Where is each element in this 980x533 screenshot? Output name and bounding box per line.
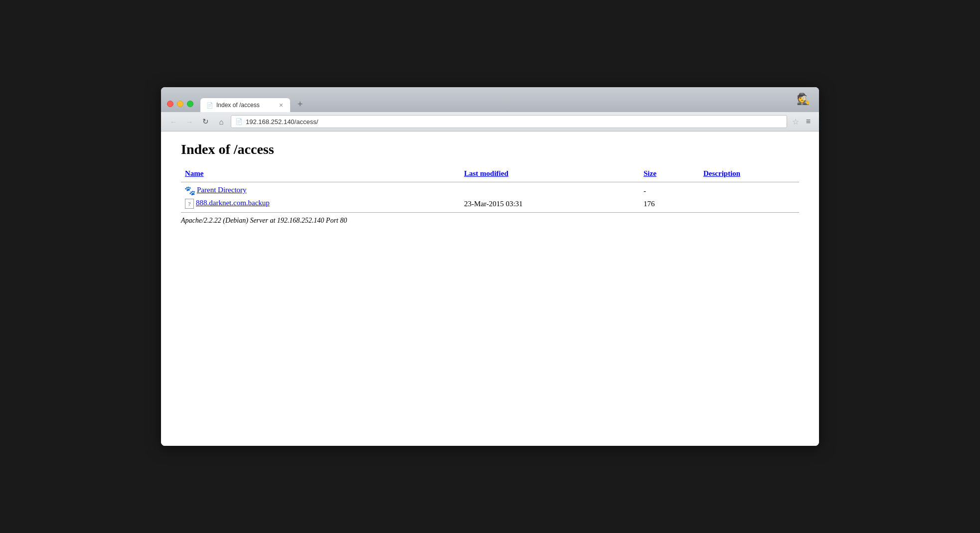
title-bar: 📄 Index of /access × + 🕵 bbox=[161, 87, 819, 112]
browser-icon-area: 🕵 bbox=[795, 91, 811, 112]
new-tab-button[interactable]: + bbox=[292, 97, 308, 111]
entry-size: - bbox=[640, 184, 699, 197]
entry-modified bbox=[460, 184, 640, 197]
home-button[interactable]: ⌂ bbox=[215, 115, 228, 128]
col-header-size: Size bbox=[640, 167, 699, 180]
menu-button[interactable]: ≡ bbox=[804, 117, 813, 126]
list-item: ?888.darknet.com.backup23-Mar-2015 03:31… bbox=[181, 197, 799, 210]
directory-listing: Name Last modified Size Description bbox=[181, 167, 799, 210]
entry-link[interactable]: Parent Directory bbox=[197, 186, 247, 194]
tab-label: Index of /access bbox=[216, 102, 275, 109]
maximize-button[interactable] bbox=[187, 101, 193, 107]
minimize-button[interactable] bbox=[177, 101, 183, 107]
sort-by-size[interactable]: Size bbox=[644, 169, 656, 177]
tab-close-button[interactable]: × bbox=[278, 101, 284, 109]
forward-button[interactable]: → bbox=[183, 115, 196, 128]
col-header-modified: Last modified bbox=[460, 167, 640, 180]
active-tab[interactable]: 📄 Index of /access × bbox=[200, 98, 290, 112]
sort-by-name[interactable]: Name bbox=[185, 169, 204, 177]
reload-button[interactable]: ↻ bbox=[199, 115, 212, 128]
col-header-name: Name bbox=[181, 167, 460, 180]
parent-dir-icon: 🐾 bbox=[185, 186, 195, 196]
detective-icon: 🕵 bbox=[795, 91, 811, 107]
list-item: 🐾Parent Directory- bbox=[181, 184, 799, 197]
bottom-divider bbox=[181, 212, 799, 213]
browser-window: 📄 Index of /access × + 🕵 ← → ↻ ⌂ 📄 ☆ ≡ I… bbox=[161, 87, 819, 446]
sort-by-modified[interactable]: Last modified bbox=[464, 169, 508, 177]
entry-link[interactable]: 888.darknet.com.backup bbox=[196, 199, 270, 207]
page-type-icon: 📄 bbox=[235, 118, 243, 125]
traffic-lights bbox=[167, 101, 193, 112]
entry-modified: 23-Mar-2015 03:31 bbox=[460, 197, 640, 210]
back-button[interactable]: ← bbox=[167, 115, 180, 128]
page-title: Index of /access bbox=[181, 141, 799, 157]
address-input[interactable] bbox=[246, 118, 783, 126]
entry-size: 176 bbox=[640, 197, 699, 210]
file-icon: ? bbox=[185, 199, 194, 209]
tab-page-icon: 📄 bbox=[206, 102, 213, 109]
column-headers: Name Last modified Size Description bbox=[181, 167, 799, 180]
entry-description bbox=[699, 197, 799, 210]
sort-by-description[interactable]: Description bbox=[703, 169, 740, 177]
toolbar: ← → ↻ ⌂ 📄 ☆ ≡ bbox=[161, 112, 819, 132]
col-header-description: Description bbox=[699, 167, 799, 180]
entry-name-cell: ?888.darknet.com.backup bbox=[181, 197, 460, 210]
server-signature: Apache/2.2.22 (Debian) Server at 192.168… bbox=[181, 217, 799, 225]
bookmark-button[interactable]: ☆ bbox=[790, 117, 801, 127]
address-bar: 📄 bbox=[231, 115, 787, 128]
page-content: Index of /access Name Last modified Size… bbox=[161, 132, 819, 446]
entry-name-cell: 🐾Parent Directory bbox=[181, 184, 460, 197]
tab-bar: 📄 Index of /access × + bbox=[196, 97, 792, 112]
entry-description bbox=[699, 184, 799, 197]
close-button[interactable] bbox=[167, 101, 173, 107]
